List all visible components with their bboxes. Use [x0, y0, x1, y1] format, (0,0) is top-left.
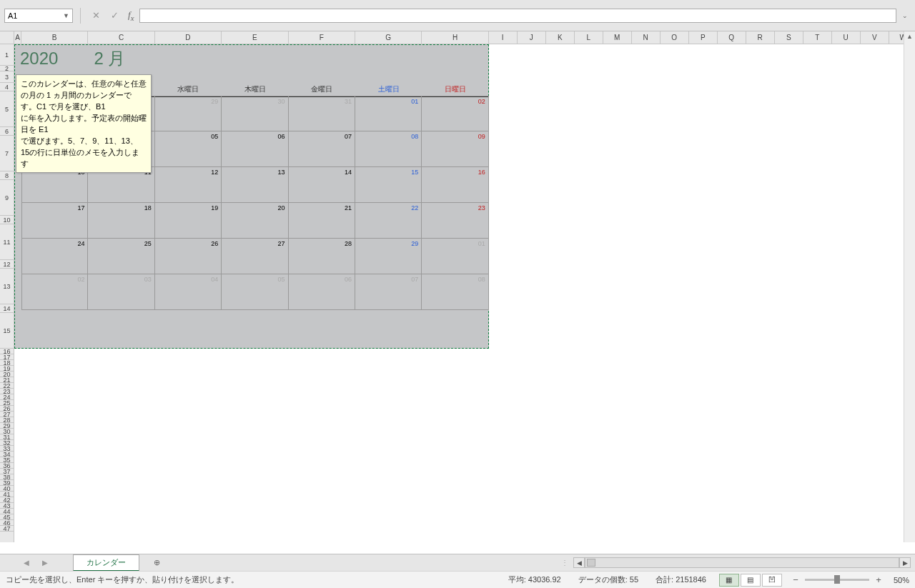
column-header[interactable]: R: [746, 31, 775, 44]
calendar-cell[interactable]: 24: [21, 239, 88, 274]
accept-formula-button[interactable]: ✓: [107, 9, 122, 23]
calendar-cell[interactable]: 21: [289, 203, 355, 239]
column-header[interactable]: F: [289, 31, 355, 44]
add-sheet-button[interactable]: ⊕: [147, 555, 167, 571]
column-header[interactable]: B: [21, 31, 88, 44]
row-header[interactable]: 9: [0, 180, 14, 216]
calendar-cell[interactable]: 15: [355, 167, 422, 203]
row-header[interactable]: 4: [0, 83, 14, 91]
calendar-cell[interactable]: 06: [289, 274, 355, 310]
calendar-cell[interactable]: 12: [155, 167, 222, 203]
formula-input[interactable]: [139, 9, 896, 23]
page-break-view-button[interactable]: 凹: [762, 574, 782, 587]
column-header[interactable]: V: [861, 31, 889, 44]
horizontal-scrollbar[interactable]: ⋮ ◀ ▶: [555, 557, 915, 568]
scroll-right-icon[interactable]: ▶: [899, 557, 911, 568]
column-header[interactable]: A: [14, 31, 21, 44]
zoom-slider[interactable]: [805, 579, 869, 581]
calendar-cell[interactable]: 29: [155, 96, 222, 131]
tab-prev-icon[interactable]: ◀: [24, 559, 29, 567]
calendar-cell[interactable]: 17: [21, 203, 88, 239]
column-header[interactable]: C: [88, 31, 154, 44]
column-header[interactable]: Q: [718, 31, 746, 44]
calendar-cell[interactable]: 08: [355, 131, 422, 167]
column-header[interactable]: E: [222, 31, 288, 44]
calendar-cell[interactable]: 02: [21, 274, 88, 310]
row-header[interactable]: 1: [0, 44, 14, 66]
column-header[interactable]: L: [575, 31, 603, 44]
grip-icon[interactable]: ⋮: [555, 559, 573, 567]
calendar-cell[interactable]: 02: [422, 96, 488, 131]
calendar-cell[interactable]: 23: [422, 203, 488, 239]
sheet[interactable]: 2020 2 月 月曜日火曜日水曜日木曜日金曜日土曜日日曜日 272829303…: [14, 44, 904, 542]
calendar-cell[interactable]: 07: [289, 131, 355, 167]
calendar-cell[interactable]: 26: [155, 239, 222, 274]
row-header[interactable]: 2: [0, 66, 14, 71]
zoom-thumb[interactable]: [834, 575, 840, 584]
calendar-cell[interactable]: 04: [155, 274, 222, 310]
calendar-cell[interactable]: 30: [222, 96, 288, 131]
calendar-cell[interactable]: 16: [422, 167, 488, 203]
column-header[interactable]: H: [422, 31, 488, 44]
select-all-corner[interactable]: [0, 31, 14, 44]
name-box[interactable]: A1 ▼: [4, 9, 73, 23]
row-header[interactable]: 6: [0, 127, 14, 136]
calendar-cell[interactable]: 29: [355, 239, 422, 274]
sheet-tab-active[interactable]: カレンダー: [73, 554, 139, 572]
calendar-cell[interactable]: 31: [289, 96, 355, 131]
scroll-up-icon[interactable]: ▲: [904, 31, 915, 41]
calendar-cell[interactable]: 28: [289, 239, 355, 274]
column-header[interactable]: T: [803, 31, 832, 44]
calendar-cell[interactable]: 27: [222, 239, 288, 274]
scroll-left-icon[interactable]: ◀: [573, 557, 585, 568]
row-header[interactable]: 5: [0, 91, 14, 127]
hscroll-track[interactable]: [585, 557, 899, 568]
column-header[interactable]: D: [155, 31, 222, 44]
calendar-cell[interactable]: 06: [222, 131, 288, 167]
row-header[interactable]: 10: [0, 216, 14, 224]
column-header[interactable]: N: [632, 31, 661, 44]
cancel-formula-button[interactable]: ✕: [88, 9, 104, 23]
row-header[interactable]: 11: [0, 224, 14, 260]
row-header[interactable]: 13: [0, 269, 14, 304]
row-header[interactable]: 15: [0, 313, 14, 349]
zoom-in-button[interactable]: +: [874, 575, 884, 585]
row-header[interactable]: 7: [0, 136, 14, 171]
calendar-cell[interactable]: 22: [355, 203, 422, 239]
calendar-cell[interactable]: 01: [422, 239, 488, 274]
row-header[interactable]: 8: [0, 171, 14, 180]
calendar-cell[interactable]: 13: [222, 167, 288, 203]
calendar-cell[interactable]: 19: [155, 203, 222, 239]
column-header[interactable]: P: [689, 31, 718, 44]
column-header[interactable]: K: [546, 31, 575, 44]
calendar-cell[interactable]: 14: [289, 167, 355, 203]
column-header[interactable]: J: [518, 31, 546, 44]
calendar-cell[interactable]: 20: [222, 203, 288, 239]
calendar-cell[interactable]: 09: [422, 131, 488, 167]
column-header[interactable]: M: [603, 31, 632, 44]
tab-next-icon[interactable]: ▶: [42, 559, 48, 567]
column-header[interactable]: U: [832, 31, 861, 44]
calendar-cell[interactable]: 25: [88, 239, 154, 274]
calendar-cell[interactable]: 05: [155, 131, 222, 167]
row-header[interactable]: 3: [0, 71, 14, 83]
calendar-cell[interactable]: 18: [88, 203, 154, 239]
page-layout-view-button[interactable]: ▤: [741, 574, 761, 587]
zoom-out-button[interactable]: −: [791, 575, 801, 585]
fx-icon[interactable]: fx: [125, 9, 137, 22]
column-header[interactable]: G: [355, 31, 422, 44]
calendar-cell[interactable]: 08: [422, 274, 488, 310]
column-header[interactable]: O: [661, 31, 689, 44]
calendar-cell[interactable]: 05: [222, 274, 288, 310]
row-header[interactable]: 14: [0, 304, 14, 313]
normal-view-button[interactable]: ▦: [719, 574, 739, 587]
column-header[interactable]: I: [489, 31, 518, 44]
calendar-cell[interactable]: 07: [355, 274, 422, 310]
vertical-scrollbar[interactable]: ▲: [904, 31, 915, 542]
hscroll-thumb[interactable]: [587, 559, 595, 567]
row-header[interactable]: 12: [0, 260, 14, 269]
calendar-cell[interactable]: 03: [88, 274, 154, 310]
expand-formula-icon[interactable]: ⌄: [899, 12, 911, 19]
column-header[interactable]: S: [775, 31, 803, 44]
calendar-cell[interactable]: 01: [355, 96, 422, 131]
